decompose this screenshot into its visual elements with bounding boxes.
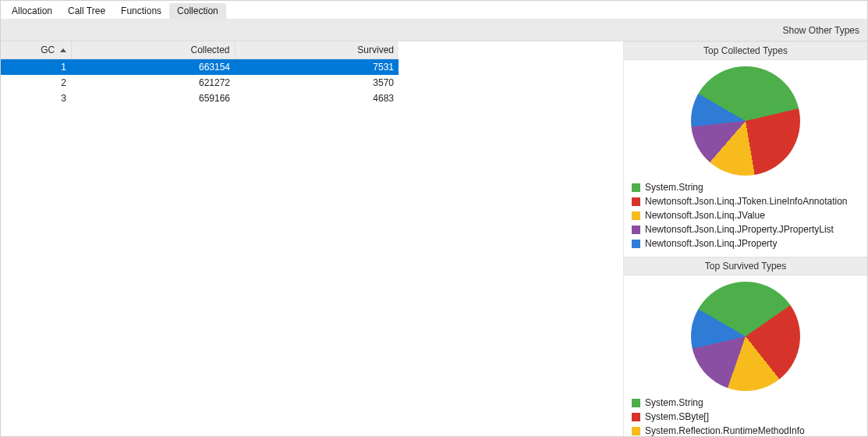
header-collected[interactable]: Collected <box>71 41 235 59</box>
legend-item[interactable]: System.String <box>632 180 859 194</box>
cell-gc: 3 <box>1 91 71 106</box>
legend-item[interactable]: Newtonsoft.Json.Linq.JProperty.JProperty… <box>632 222 859 236</box>
legend-swatch-icon <box>632 211 640 220</box>
legend-swatch-icon <box>632 226 640 234</box>
legend-item[interactable]: Newtonsoft.Json.Linq.JProperty <box>632 236 859 250</box>
legend-label: Newtonsoft.Json.Linq.JProperty.JProperty… <box>645 223 834 236</box>
toolbar: Show Other Types <box>1 20 867 41</box>
header-collected-label: Collected <box>190 44 229 55</box>
legend-label: Newtonsoft.Json.Linq.JValue <box>645 209 765 222</box>
chart-section-collected: Top Collected TypesSystem.StringNewtonso… <box>624 41 867 257</box>
legend-swatch-icon <box>632 427 640 435</box>
table-row[interactable]: 36591664683 <box>1 91 399 106</box>
header-survived[interactable]: Survived <box>235 41 399 59</box>
table-row[interactable]: 16631547531 <box>1 59 399 76</box>
chart-section-survived: Top Survived TypesSystem.StringSystem.SB… <box>624 257 867 436</box>
show-other-types-link[interactable]: Show Other Types <box>783 25 860 36</box>
header-survived-label: Survived <box>357 44 394 55</box>
legend-item[interactable]: System.SByte[] <box>632 410 859 424</box>
cell-gc: 2 <box>1 75 71 91</box>
legend-swatch-icon <box>632 413 640 421</box>
chart-title-survived: Top Survived Types <box>624 257 867 275</box>
sort-ascending-icon <box>60 48 66 52</box>
legend-label: Newtonsoft.Json.Linq.JProperty <box>645 237 777 250</box>
tab-functions[interactable]: Functions <box>113 3 169 19</box>
legend-label: System.SByte[] <box>645 410 709 423</box>
pie-chart-collected <box>691 66 800 176</box>
pie-wrap-collected <box>624 60 867 179</box>
cell-survived: 3570 <box>235 75 399 91</box>
cell-survived: 7531 <box>235 59 399 76</box>
legend-swatch-icon <box>632 183 640 192</box>
left-pane: GC Collected Survived 166315475312621272… <box>1 41 624 436</box>
tab-strip: AllocationCall TreeFunctionsCollection <box>1 1 867 20</box>
legend-survived: System.StringSystem.SByte[]System.Reflec… <box>624 394 867 436</box>
legend-label: System.Reflection.RuntimeMethodInfo <box>645 425 805 436</box>
legend-label: System.String <box>645 181 703 194</box>
legend-item[interactable]: Newtonsoft.Json.Linq.JValue <box>632 208 859 222</box>
legend-item[interactable]: System.String <box>632 396 859 410</box>
cell-gc: 1 <box>1 59 71 76</box>
chart-title-collected: Top Collected Types <box>624 41 867 60</box>
legend-swatch-icon <box>632 197 640 206</box>
tab-allocation[interactable]: Allocation <box>4 3 60 19</box>
legend-collected: System.StringNewtonsoft.Json.Linq.JToken… <box>624 179 867 257</box>
cell-collected: 659166 <box>71 91 235 106</box>
tab-collection[interactable]: Collection <box>169 3 226 19</box>
cell-survived: 4683 <box>235 91 399 106</box>
legend-swatch-icon <box>632 399 640 407</box>
gc-table: GC Collected Survived 166315475312621272… <box>1 41 399 106</box>
legend-swatch-icon <box>632 240 640 248</box>
cell-collected: 663154 <box>71 59 235 76</box>
legend-item[interactable]: Newtonsoft.Json.Linq.JToken.LineInfoAnno… <box>632 194 859 208</box>
main-area: GC Collected Survived 166315475312621272… <box>1 41 867 436</box>
pie-wrap-survived <box>624 275 867 394</box>
tab-call-tree[interactable]: Call Tree <box>60 3 113 19</box>
cell-collected: 621272 <box>71 75 235 91</box>
legend-label: System.String <box>645 396 703 409</box>
legend-item[interactable]: System.Reflection.RuntimeMethodInfo <box>632 424 859 436</box>
table-row[interactable]: 26212723570 <box>1 75 399 91</box>
pie-chart-survived <box>691 282 800 391</box>
legend-label: Newtonsoft.Json.Linq.JToken.LineInfoAnno… <box>645 195 848 208</box>
header-gc-label: GC <box>41 44 55 55</box>
header-gc[interactable]: GC <box>1 41 71 59</box>
right-pane: Top Collected TypesSystem.StringNewtonso… <box>624 41 867 436</box>
